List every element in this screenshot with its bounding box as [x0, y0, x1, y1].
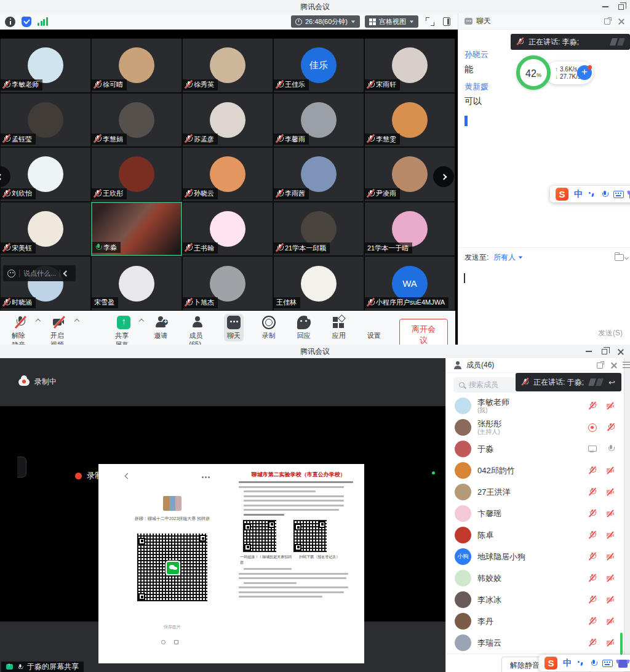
video-tile[interactable]: 徐可晴: [91, 38, 182, 93]
member-row[interactable]: 李敏老师 (我): [446, 395, 624, 417]
popout-icon[interactable]: [597, 362, 603, 369]
close-icon[interactable]: [618, 18, 624, 25]
video-tile[interactable]: 卜旭杰: [182, 256, 273, 311]
member-row[interactable]: 042邱韵竹: [446, 460, 624, 481]
mic-off-icon[interactable]: [588, 552, 597, 561]
video-tile[interactable]: 李慧娟: [91, 93, 182, 148]
member-row[interactable]: 陈卓: [446, 524, 624, 546]
collapse-icon[interactable]: [63, 270, 70, 276]
dock-item[interactable]: 邀请: [151, 314, 170, 342]
dock-item[interactable]: 聊天: [224, 314, 244, 342]
cloud-recording-indicator[interactable]: 录制中: [18, 377, 57, 387]
punctuation-icon[interactable]: [577, 660, 584, 667]
side-panel-icon[interactable]: [443, 17, 450, 26]
side-drawer-handle[interactable]: [17, 457, 26, 478]
video-tile[interactable]: 宋美钰: [0, 202, 91, 257]
dock-item[interactable]: 应用: [329, 314, 349, 342]
mic-off-icon[interactable]: [588, 487, 597, 497]
keyboard-icon[interactable]: [602, 660, 613, 667]
member-row[interactable]: 卞馨瑶: [446, 503, 624, 524]
mic-off-icon[interactable]: [588, 574, 597, 583]
video-tile[interactable]: 时晓涵: [0, 256, 91, 311]
camera-off-icon[interactable]: [606, 509, 615, 518]
video-tile[interactable]: 王书翰: [182, 202, 273, 257]
sogou-logo-icon[interactable]: S: [544, 657, 557, 670]
sogou-logo-icon[interactable]: S: [556, 188, 568, 201]
camera-off-icon[interactable]: [606, 595, 615, 604]
member-row[interactable]: 小狗 地球隐居小狗: [446, 546, 624, 567]
video-tile[interactable]: 王欣彤: [91, 147, 182, 202]
input-method-bar[interactable]: S 中: [539, 655, 630, 671]
video-tile[interactable]: 李雨茜: [273, 147, 364, 202]
dock-item[interactable]: 录制: [259, 314, 279, 342]
video-tile[interactable]: 李敏老师: [0, 38, 91, 93]
camera-off-icon[interactable]: [606, 401, 615, 410]
video-tile[interactable]: 苏孟彦: [182, 93, 273, 148]
camera-off-icon[interactable]: [606, 466, 615, 475]
security-shield-icon[interactable]: [22, 17, 31, 27]
member-row[interactable]: 李冰冰: [446, 589, 624, 610]
mic-off-icon[interactable]: [588, 530, 597, 540]
meeting-timer-chip[interactable]: 26:48(60分钟): [291, 15, 360, 28]
video-tile[interactable]: 徐秀英: [182, 38, 273, 93]
camera-off-icon[interactable]: [606, 574, 615, 583]
close-icon[interactable]: [617, 348, 624, 355]
meeting-info-icon[interactable]: [5, 17, 15, 27]
video-tile[interactable]: WA 小程序用户suE4MJWA: [364, 256, 455, 311]
minimize-icon[interactable]: [586, 351, 592, 352]
restore-icon[interactable]: [618, 4, 624, 10]
camera-off-icon[interactable]: [606, 487, 615, 497]
video-tile[interactable]: 王佳林: [273, 256, 364, 311]
menu-icon[interactable]: [623, 362, 630, 368]
chevron-up-icon[interactable]: [139, 319, 144, 324]
video-tile[interactable]: 孙晓云: [182, 147, 273, 202]
ime-mode-toggle[interactable]: 中: [574, 189, 583, 200]
member-row[interactable]: 张彤彤 (主持人): [446, 417, 624, 438]
camera-off-icon[interactable]: [606, 530, 615, 540]
minimize-icon[interactable]: [602, 6, 608, 7]
mic-off-icon[interactable]: [588, 509, 597, 518]
video-tile[interactable]: 佳乐 王佳乐: [273, 38, 364, 93]
send-button[interactable]: 发送(S): [598, 328, 623, 338]
camera-off-icon[interactable]: [606, 638, 615, 647]
voice-input-icon[interactable]: [601, 190, 608, 199]
video-tile[interactable]: 李馨雨: [273, 93, 364, 148]
video-tile[interactable]: 李淼: [91, 202, 182, 257]
member-row[interactable]: 27王洪洋: [446, 481, 624, 503]
input-method-bar[interactable]: S 中: [550, 186, 630, 202]
keyboard-icon[interactable]: [613, 191, 624, 198]
mic-off-icon[interactable]: [588, 638, 597, 647]
cpu-usage-ring[interactable]: 42%: [516, 55, 551, 90]
popout-icon[interactable]: [604, 18, 610, 25]
member-row[interactable]: 韩姣姣: [446, 567, 624, 589]
next-page-arrow[interactable]: [433, 166, 454, 187]
video-tile[interactable]: 李慧雯: [364, 93, 455, 148]
skin-icon[interactable]: [618, 660, 628, 668]
quick-chat-bar[interactable]: 说点什么...: [3, 265, 76, 281]
view-mode-chip[interactable]: 宫格视图: [365, 15, 418, 28]
mic-off-icon[interactable]: [588, 466, 597, 475]
chat-input-area[interactable]: [458, 267, 630, 326]
video-tile[interactable]: 21学本一邱颖: [273, 202, 364, 257]
video-tile[interactable]: 21学本一于晴: [364, 202, 455, 257]
camera-off-icon[interactable]: [606, 617, 615, 626]
member-row[interactable]: 李丹: [446, 610, 624, 632]
send-to-selector[interactable]: 所有人: [493, 252, 523, 263]
emoji-icon[interactable]: [7, 270, 15, 278]
video-tile[interactable]: 宋雪盈: [91, 256, 182, 311]
fullscreen-icon[interactable]: [426, 17, 434, 26]
chat-folder-icon[interactable]: [615, 254, 624, 261]
restore-icon[interactable]: [602, 349, 607, 354]
video-tile[interactable]: 宋雨轩: [364, 38, 455, 93]
dock-item[interactable]: 成员(65): [186, 314, 209, 349]
video-tile[interactable]: 孟钰莹: [0, 93, 91, 148]
chevron-up-icon[interactable]: [74, 319, 79, 324]
add-widget-button[interactable]: +: [577, 65, 592, 80]
reply-arrow-icon[interactable]: ↩: [608, 378, 615, 387]
dock-item[interactable]: 回应: [294, 314, 314, 342]
member-row[interactable]: 李瑞云: [446, 632, 624, 654]
mic-off-icon[interactable]: [588, 401, 597, 410]
member-row[interactable]: 于淼: [446, 438, 624, 460]
chevron-up-icon[interactable]: [36, 319, 41, 324]
mic-on-icon[interactable]: [606, 444, 615, 454]
